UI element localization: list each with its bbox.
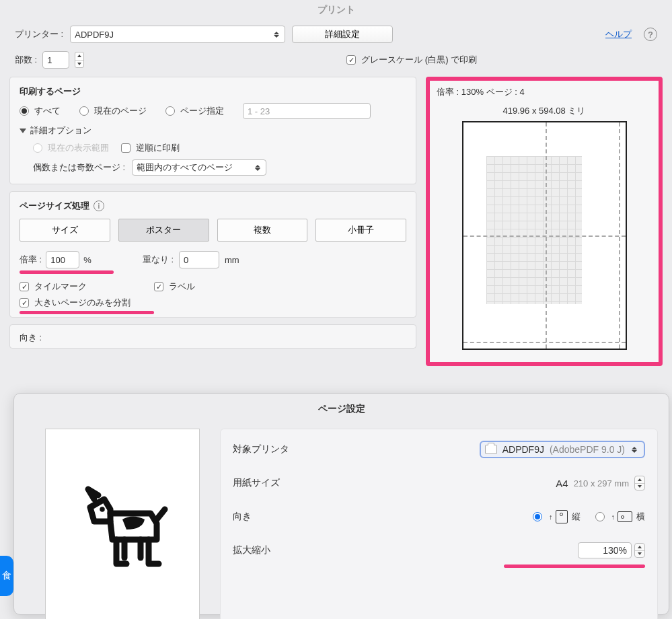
overlap-unit: mm [225, 255, 239, 265]
print-dialog: プリント プリンター : ADPDF9J 詳細設定 ヘルプ ? 部数 : 1 グ… [0, 0, 672, 619]
scale-input[interactable]: 100 [46, 251, 79, 268]
paper-size-row: 用紙サイズ A4 210 x 297 mm [233, 472, 645, 494]
printer-select-value: ADPDF9J [75, 30, 114, 40]
printer-select[interactable]: ADPDF9J [70, 26, 285, 43]
target-printer-select[interactable]: ADPDF9J (AdobePDF 9.0 J) [480, 441, 645, 458]
scale-percent: % [83, 255, 91, 265]
tile-divider-horizontal [463, 235, 626, 237]
help-icon[interactable]: ? [644, 28, 657, 41]
reverse-order-label: 逆順に印刷 [136, 142, 180, 154]
tab-booklet[interactable]: 小冊子 [315, 219, 406, 242]
scale-row-sheet: 拡大縮小 130% [233, 540, 645, 561]
highlight-underline [504, 565, 645, 568]
orientation-landscape-radio[interactable] [595, 512, 605, 521]
page-size-panel: ページサイズ処理 i サイズ ポスター 複数 小冊子 倍率 : 100 % [9, 191, 416, 318]
select-caret-icon [630, 444, 638, 455]
even-odd-label: 偶数または奇数ページ : [33, 161, 125, 174]
overlap-label: 重なり : [143, 254, 174, 266]
orientation-portrait-radio[interactable] [533, 512, 542, 521]
target-printer-label: 対象プリンタ [233, 443, 289, 456]
even-odd-select[interactable]: 範囲内のすべてのページ [132, 159, 266, 176]
page-setup-title: ページ設定 [25, 403, 658, 415]
labels-label: ラベル [169, 281, 195, 293]
dog-icon [72, 479, 173, 580]
window-title: プリント [0, 0, 672, 19]
print-pages-heading: 印刷するページ [20, 85, 406, 98]
copies-label: 部数 : [15, 54, 37, 66]
landscape-icon [618, 511, 632, 522]
printer-label: プリンター : [15, 28, 63, 40]
printer-icon [485, 445, 497, 454]
printer-row: プリンター : ADPDF9J 詳細設定 ヘルプ ? [0, 19, 672, 47]
paper-size-label: 用紙サイズ [233, 477, 280, 489]
target-printer-sub: (AdobePDF 9.0 J) [550, 444, 625, 455]
side-ribbon[interactable]: 食 [0, 556, 13, 596]
tile-marks-checkbox[interactable] [20, 282, 29, 291]
target-printer-row: 対象プリンタ ADPDF9J (AdobePDF 9.0 J) [233, 439, 645, 460]
middle-area: 印刷するページ すべて 現在のページ ページ指定 1 - 23 詳細オプション … [0, 77, 672, 366]
chevron-down-icon [638, 485, 642, 488]
advanced-options-toggle[interactable]: 詳細オプション [20, 124, 406, 137]
sheet-orientation-label: 向き [233, 511, 252, 523]
highlight-underline [20, 311, 154, 314]
scale-row: 倍率 : 100 % 重なり : 0 mm [20, 251, 406, 268]
svg-point-1 [100, 507, 105, 512]
select-caret-icon [254, 162, 262, 173]
even-odd-value: 範囲内のすべてのページ [137, 161, 233, 174]
paper-size-stepper[interactable] [634, 476, 645, 490]
sheet-scale-input[interactable]: 130% [578, 542, 632, 558]
pages-all-radio[interactable] [20, 106, 29, 116]
pages-all-label: すべて [34, 105, 61, 117]
tab-multi[interactable]: 複数 [217, 219, 308, 242]
copies-stepper[interactable] [75, 52, 84, 68]
highlight-underline [20, 270, 114, 274]
info-icon[interactable]: i [94, 201, 104, 211]
select-caret-icon [272, 29, 281, 40]
copies-input[interactable]: 1 [42, 51, 69, 69]
sheet-scale-label: 拡大縮小 [233, 544, 270, 556]
preview-panel: 倍率 : 130% ページ : 4 419.96 x 594.08 ミリ [426, 77, 663, 366]
labels-checkbox[interactable] [154, 282, 163, 291]
preview-heading: 倍率 : 130% ページ : 4 [437, 86, 652, 98]
current-view-radio [33, 143, 42, 153]
chevron-up-icon [638, 478, 642, 481]
tile-divider-horizontal [463, 342, 626, 343]
tab-size[interactable]: サイズ [20, 219, 110, 242]
copies-row: 部数 : 1 グレースケール (白黒) で印刷 [0, 47, 672, 77]
orientation-panel: 向き : [9, 324, 416, 349]
scale-label: 倍率 : [20, 254, 42, 266]
chevron-down-icon [638, 552, 642, 555]
help-link[interactable]: ヘルプ [605, 28, 632, 40]
arrow-side-icon: ↑ [611, 513, 615, 521]
page-size-heading: ページサイズ処理 [20, 200, 89, 212]
page-size-tabs: サイズ ポスター 複数 小冊子 [20, 219, 406, 242]
overlap-input[interactable]: 0 [179, 251, 219, 268]
advanced-settings-button[interactable]: 詳細設定 [292, 26, 393, 43]
target-printer-value: ADPDF9J [502, 444, 544, 455]
preview-dimensions: 419.96 x 594.08 ミリ [437, 105, 652, 117]
disclosure-triangle-icon [20, 129, 26, 133]
split-large-label: 大きいページのみを分割 [34, 297, 130, 309]
advanced-options-content: 現在の表示範囲 逆順に印刷 偶数または奇数ページ : 範囲内のすべてのページ [20, 142, 406, 176]
orientation-label: 向き : [20, 332, 42, 342]
grayscale-checkbox[interactable] [346, 55, 356, 65]
chevron-down-icon [77, 63, 81, 65]
pages-range-radio[interactable] [165, 106, 175, 116]
pages-range-label: ページ指定 [180, 105, 224, 117]
reverse-order-checkbox[interactable] [121, 143, 130, 153]
paper-size-dims: 210 x 297 mm [574, 478, 629, 488]
sheet-scale-stepper[interactable] [634, 543, 645, 558]
current-view-label: 現在の表示範囲 [48, 142, 109, 154]
page-range-input[interactable]: 1 - 23 [243, 103, 371, 119]
pages-current-radio[interactable] [79, 106, 89, 116]
print-pages-panel: 印刷するページ すべて 現在のページ ページ指定 1 - 23 詳細オプション … [9, 77, 416, 184]
svg-point-0 [89, 511, 95, 516]
tab-poster[interactable]: ポスター [118, 219, 209, 242]
chevron-up-icon [638, 546, 642, 548]
orientation-landscape-label: 横 [636, 511, 645, 523]
paper-size-value: A4 [556, 478, 568, 489]
orientation-portrait-label: 縦 [572, 511, 581, 523]
arrow-up-icon: ↑ [549, 513, 553, 521]
chevron-up-icon [77, 54, 81, 57]
split-large-checkbox[interactable] [20, 298, 29, 307]
